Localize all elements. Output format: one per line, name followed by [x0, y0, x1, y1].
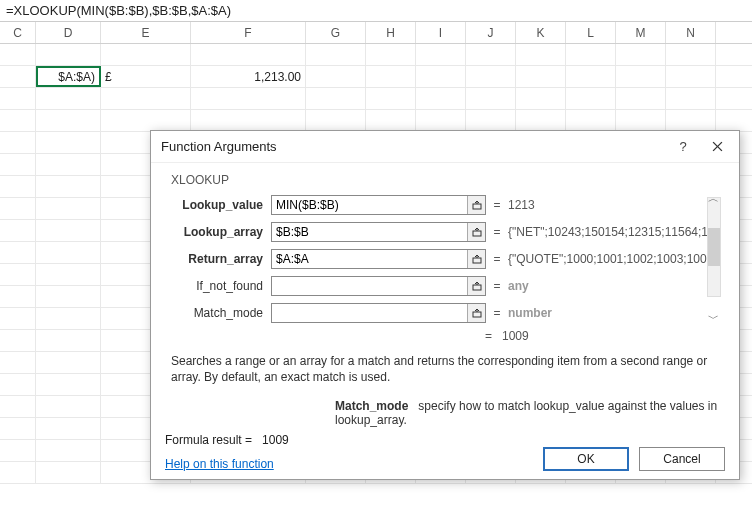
svg-rect-2 [473, 204, 481, 209]
equals-sign: = [490, 225, 504, 239]
equals-sign: = [490, 252, 504, 266]
parameter-description: Match_modespecify how to match lookup_va… [165, 399, 725, 427]
arg-preview: number [508, 306, 552, 320]
argument-list: Lookup_value=1213Lookup_array={"NET";102… [165, 193, 725, 325]
arg-label: Return_array [171, 252, 271, 266]
column-header-G[interactable]: G [306, 22, 366, 43]
column-headers: CDEFGHIJKLMN [0, 22, 752, 44]
arg-label: Match_mode [171, 306, 271, 320]
range-select-icon[interactable] [467, 277, 485, 295]
equals-sign: = [490, 306, 504, 320]
arg-row-match_mode: Match_mode=number [171, 301, 725, 325]
column-header-J[interactable]: J [466, 22, 516, 43]
range-select-icon[interactable] [467, 250, 485, 268]
svg-rect-5 [473, 285, 481, 290]
formula-text: =XLOOKUP(MIN($B:$B),$B:$B,$A:$A) [6, 3, 231, 18]
close-icon[interactable] [705, 135, 729, 159]
arg-input-wrap [271, 276, 486, 296]
arg-input-lookup_array[interactable] [272, 223, 467, 241]
arg-row-return_array: Return_array={"QUOTE";1000;1001;1002;100… [171, 247, 725, 271]
chevron-down-icon[interactable]: ﹀ [708, 311, 719, 326]
range-select-icon[interactable] [467, 196, 485, 214]
arg-input-match_mode[interactable] [272, 304, 467, 322]
ok-button[interactable]: OK [543, 447, 629, 471]
arg-label: Lookup_array [171, 225, 271, 239]
column-header-F[interactable]: F [191, 22, 306, 43]
column-header-K[interactable]: K [516, 22, 566, 43]
column-header-D[interactable]: D [36, 22, 101, 43]
table-row: $A:$A) £ 1,213.00 [0, 66, 752, 88]
cell-F[interactable]: 1,213.00 [191, 66, 306, 87]
help-link[interactable]: Help on this function [165, 457, 289, 471]
arg-input-wrap [271, 249, 486, 269]
arg-input-return_array[interactable] [272, 250, 467, 268]
arg-row-lookup_array: Lookup_array={"NET";10243;150154;12315;1… [171, 220, 725, 244]
column-header-M[interactable]: M [616, 22, 666, 43]
formula-bar[interactable]: =XLOOKUP(MIN($B:$B),$B:$B,$A:$A) [0, 0, 752, 22]
chevron-up-icon[interactable]: ︿ [708, 191, 719, 206]
active-cell[interactable]: $A:$A) [36, 66, 101, 87]
cell-E[interactable]: £ [101, 66, 191, 87]
arg-input-wrap [271, 195, 486, 215]
column-header-L[interactable]: L [566, 22, 616, 43]
arg-label: Lookup_value [171, 198, 271, 212]
arg-input-if_not_found[interactable] [272, 277, 467, 295]
arg-preview: {"NET";10243;150154;12315;11564;12432;15… [508, 225, 708, 239]
column-header-I[interactable]: I [416, 22, 466, 43]
equals-sign: = [490, 198, 504, 212]
svg-rect-3 [473, 231, 481, 236]
column-header-E[interactable]: E [101, 22, 191, 43]
function-arguments-dialog: Function Arguments ? XLOOKUP Lookup_valu… [150, 130, 740, 480]
args-scrollbar[interactable] [707, 197, 721, 297]
svg-rect-6 [473, 312, 481, 317]
arg-row-lookup_value: Lookup_value=1213 [171, 193, 725, 217]
formula-result: Formula result = 1009 [165, 433, 289, 447]
arg-preview: any [508, 279, 529, 293]
equals-sign: = [490, 279, 504, 293]
column-header-C[interactable]: C [0, 22, 36, 43]
range-select-icon[interactable] [467, 223, 485, 241]
evaluation-result: =1009 [165, 329, 725, 343]
arg-input-wrap [271, 303, 486, 323]
arg-label: If_not_found [171, 279, 271, 293]
arg-row-if_not_found: If_not_found=any [171, 274, 725, 298]
dialog-titlebar[interactable]: Function Arguments ? [151, 131, 739, 163]
function-name: XLOOKUP [165, 173, 725, 187]
arg-preview: {"QUOTE";1000;1001;1002;1003;1004;1005;1… [508, 252, 708, 266]
function-description: Searches a range or an array for a match… [165, 353, 725, 385]
cancel-button[interactable]: Cancel [639, 447, 725, 471]
dialog-title: Function Arguments [161, 139, 277, 154]
arg-preview: 1213 [508, 198, 535, 212]
help-icon[interactable]: ? [671, 135, 695, 159]
range-select-icon[interactable] [467, 304, 485, 322]
column-header-H[interactable]: H [366, 22, 416, 43]
arg-input-wrap [271, 222, 486, 242]
arg-input-lookup_value[interactable] [272, 196, 467, 214]
column-header-N[interactable]: N [666, 22, 716, 43]
svg-rect-4 [473, 258, 481, 263]
